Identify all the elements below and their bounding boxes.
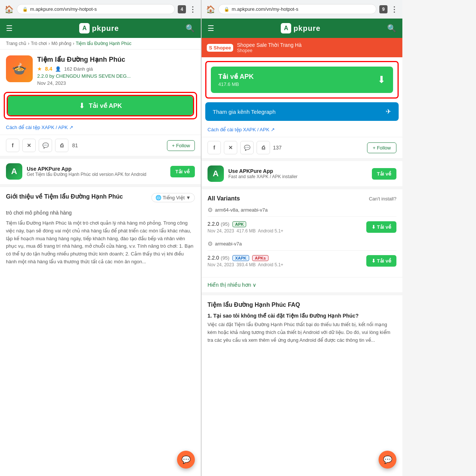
- social-bar-left: f ✕ 💬 ⎙ 81 + Follow: [0, 135, 201, 156]
- app-header-left: ☰ A pkpure 🔍: [0, 19, 201, 38]
- variants-header: All Variants Can't install?: [208, 195, 396, 202]
- app-rating-row: ★ 8.4 👤 162 Đánh giá: [37, 66, 195, 72]
- show-more-link[interactable]: Hiển thị nhiều hơn ∨: [208, 282, 396, 288]
- variant-badge-1: APK: [232, 221, 246, 227]
- chat-float-button-left[interactable]: 💬: [177, 451, 195, 469]
- arch-name-1: arm64-v8a, armeabi-v7a: [215, 207, 268, 213]
- review-count: 162 Đánh giá: [64, 66, 93, 72]
- shopee-main-text: Shopee Sale Thời Trang Hà: [237, 42, 302, 48]
- apkpure-promo-right: A Use APKPure App Fast and safe XAPK / A…: [202, 158, 402, 186]
- more-icon-left[interactable]: ⋮: [189, 5, 196, 14]
- variant-item-2: 2.2.0 (95) XAPK APKs Nov 24, 2023 393.4 …: [208, 250, 396, 271]
- more-icon-right[interactable]: ⋮: [390, 5, 398, 14]
- app-icon-left: 🍲: [6, 55, 33, 82]
- download-apk-button-left[interactable]: ⬇ Tải về APK: [8, 96, 193, 115]
- chat-float-button-right[interactable]: 💬: [379, 451, 396, 469]
- install-help-link-right[interactable]: Cách để cài tệp XAPK / APK ↗: [208, 124, 396, 134]
- share-count-right: 137: [273, 145, 282, 151]
- cpu-icon-2: ⚙: [208, 240, 213, 247]
- browser-bar-left: 🏠 🔒 m.apkpure.com/vn/my-hotpot-s 4 ⋮: [0, 0, 201, 19]
- tai-ve-btn-1[interactable]: ⬇ Tải về: [366, 221, 396, 233]
- facebook-btn-right[interactable]: f: [208, 141, 221, 154]
- bc-sep1: ›: [28, 41, 29, 46]
- logo-text-right: pkpure: [293, 24, 321, 33]
- follow-button-right[interactable]: + Follow: [367, 142, 396, 153]
- about-text-left: Tiệm lẩu Đường Hạnh Phúc là một trò chơi…: [6, 219, 195, 266]
- download-section-right: Tải về APK 417.6 MB ⬇: [205, 61, 399, 99]
- logo-text-left: pkpure: [92, 24, 119, 33]
- tai-ve-button-left[interactable]: Tải về: [170, 166, 195, 177]
- install-help-link-left[interactable]: Cách để cài tệp XAPK / APK ↗: [6, 125, 195, 130]
- variant-version-row-1: 2.2.0 (95) APK: [208, 221, 283, 227]
- variants-section: All Variants Can't install? ⚙ arm64-v8a,…: [202, 186, 402, 277]
- browser-bar-right: 🏠 🔒 m.apkpure.com/vn/my-hotpot-s 9 ⋮: [202, 0, 402, 19]
- promo-subtitle-right: Fast and safe XAPK / APK installer: [228, 174, 367, 179]
- variants-title: All Variants: [208, 195, 240, 202]
- language-selector-left[interactable]: 🌐 Tiếng Việt ▼: [151, 193, 195, 202]
- promo-title-left: Use APKPure App: [27, 166, 166, 172]
- faq-a1: Việc cài đặt Tiệm lẩu Đường Hạnh Phúc th…: [208, 321, 396, 344]
- faq-section: Tiệm lẩu Đường Hạnh Phúc FAQ 1. Tại sao …: [202, 292, 402, 350]
- whatsapp-btn-right[interactable]: 💬: [240, 141, 254, 154]
- share-btn-left[interactable]: ⎙: [55, 139, 68, 152]
- tab-count-left[interactable]: 4: [178, 5, 186, 13]
- hamburger-icon-left[interactable]: ☰: [6, 24, 13, 33]
- security-icon-right: 🔒: [224, 7, 229, 12]
- download-icon-left: ⬇: [79, 101, 85, 110]
- logo-icon-left: A: [79, 23, 90, 33]
- about-title-left: Giới thiệu về Tiệm lẩu Đường Hạnh Phúc: [6, 193, 148, 200]
- twitter-btn-right[interactable]: ✕: [224, 141, 237, 154]
- shopee-sub-text: Shopee: [237, 48, 302, 53]
- social-bar-right: f ✕ 💬 ⎙ 137 + Follow: [202, 137, 402, 158]
- arch-row-2: ⚙ armeabi-v7a: [208, 240, 396, 247]
- promo-details-left: Use APKPure App Get Tiệm lẩu Đường Hạnh …: [27, 166, 166, 177]
- hamburger-icon-right[interactable]: ☰: [208, 24, 214, 33]
- variant-left-1: 2.2.0 (95) APK Nov 24, 2023 417.6 MB And…: [208, 221, 283, 234]
- url-text-left: m.apkpure.com/vn/my-hotpot-s: [30, 6, 97, 12]
- show-more-section: Hiển thị nhiều hơn ∨: [202, 277, 402, 292]
- download-section-left: ⬇ Tải về APK: [4, 92, 197, 119]
- tai-ve-btn-2[interactable]: ⬇ Tải về: [366, 255, 396, 267]
- download-apk-button-right[interactable]: Tải về APK 417.6 MB ⬇: [211, 67, 393, 93]
- logo-icon-right: A: [281, 23, 291, 33]
- search-icon-left[interactable]: 🔍: [186, 24, 195, 33]
- whatsapp-btn-left[interactable]: 💬: [39, 139, 52, 152]
- bc-sep3: ›: [73, 41, 74, 46]
- telegram-button[interactable]: Tham gia kênh Telegraph ✈: [205, 102, 399, 121]
- url-bar-right[interactable]: 🔒 m.apkpure.com/vn/my-hotpot-s: [218, 4, 376, 14]
- variant-badge-xapk: XAPK: [232, 255, 249, 261]
- home-icon-right[interactable]: 🏠: [206, 5, 215, 14]
- share-btn-right[interactable]: ⎙: [257, 141, 270, 154]
- cpu-icon-1: ⚙: [208, 206, 213, 213]
- logo-right[interactable]: A pkpure: [281, 23, 321, 33]
- url-bar-left[interactable]: 🔒 m.apkpure.com/vn/my-hotpot-s: [17, 4, 175, 14]
- bc-sim[interactable]: Mô phỏng: [51, 41, 71, 46]
- apkpure-icon-right: A: [208, 165, 224, 182]
- apkpure-icon-left: A: [6, 163, 22, 180]
- apkpure-promo-left: A Use APKPure App Get Tiệm lẩu Đường Hạn…: [0, 156, 201, 184]
- cant-install-text[interactable]: Can't install?: [369, 196, 396, 202]
- url-text-right: m.apkpure.com/vn/my-hotpot-s: [232, 6, 298, 12]
- bc-games[interactable]: Trò chơi: [31, 41, 47, 46]
- variant-version-2: 2.2.0: [208, 255, 219, 261]
- shopee-banner[interactable]: S Shopee Shopee Sale Thời Trang Hà Shope…: [202, 38, 402, 57]
- search-icon-right[interactable]: 🔍: [387, 24, 396, 33]
- app-details-left: Tiệm lẩu Đường Hạnh Phúc ★ 8.4 👤 162 Đán…: [37, 55, 195, 86]
- variant-version-row-2: 2.2.0 (95) XAPK APKs: [208, 254, 283, 261]
- promo-subtitle-left: Get Tiệm lẩu Đường Hạnh Phúc old version…: [27, 172, 166, 177]
- shopee-logo: S Shopee: [207, 44, 233, 52]
- about-tagline-left: trò chơi mô phỏng nhà hàng: [6, 210, 195, 216]
- follow-button-left[interactable]: + Follow: [167, 140, 195, 151]
- rating-number: 8.4: [45, 66, 52, 72]
- logo-left[interactable]: A pkpure: [79, 23, 119, 33]
- tab-count-right[interactable]: 9: [379, 5, 387, 13]
- app-info-left: 🍲 Tiệm lẩu Đường Hạnh Phúc ★ 8.4 👤 162 Đ…: [0, 49, 201, 92]
- facebook-btn-left[interactable]: f: [6, 139, 19, 152]
- star-icon: ★: [37, 66, 42, 72]
- review-user-icon: 👤: [55, 66, 61, 72]
- breadcrumb-left: Trang chủ › Trò chơi › Mô phỏng › Tiệm l…: [0, 38, 201, 49]
- twitter-btn-left[interactable]: ✕: [22, 139, 36, 152]
- bc-home[interactable]: Trang chủ: [6, 41, 26, 46]
- home-icon-left[interactable]: 🏠: [4, 5, 14, 14]
- tai-ve-button-right[interactable]: Tải về: [372, 168, 396, 180]
